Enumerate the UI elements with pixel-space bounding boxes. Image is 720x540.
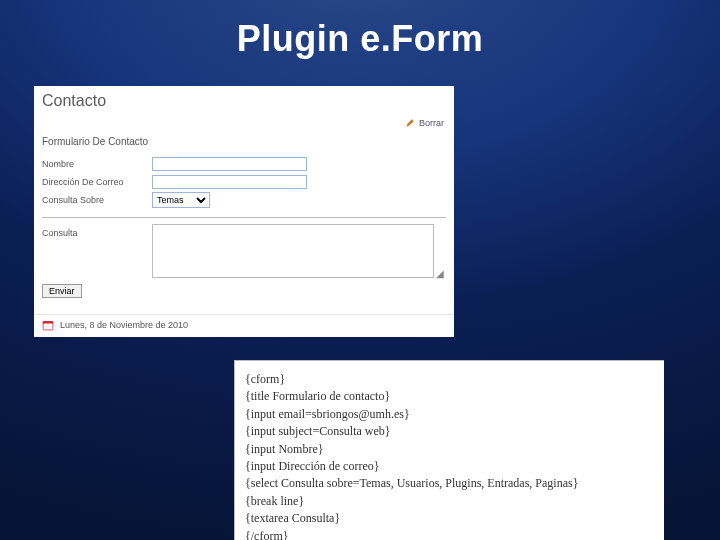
delete-link-label: Borrar (419, 118, 444, 128)
code-line: {select Consulta sobre=Temas, Usuarios, … (245, 475, 654, 492)
code-line: {input email=sbriongos@umh.es} (245, 406, 654, 423)
code-line: {input Nombre} (245, 441, 654, 458)
form-heading: Formulario De Contacto (42, 136, 446, 147)
code-line: {break line} (245, 493, 654, 510)
code-line: {/cform} (245, 528, 654, 540)
page-title: Contacto (34, 86, 454, 116)
calendar-icon (42, 319, 54, 331)
code-line: {input subject=Consulta web} (245, 423, 654, 440)
delete-link[interactable]: Borrar (34, 116, 454, 130)
input-correo[interactable] (152, 175, 307, 189)
code-snippet-panel: {cform} {title Formulario de contacto} {… (234, 360, 664, 540)
code-line: {cform} (245, 371, 654, 388)
input-nombre[interactable] (152, 157, 307, 171)
contact-form-panel: Contacto Borrar Formulario De Contacto N… (34, 86, 454, 337)
label-consulta: Consulta (42, 224, 152, 238)
code-line: {title Formulario de contacto} (245, 388, 654, 405)
label-consulta-sobre: Consulta Sobre (42, 195, 152, 205)
textarea-consulta[interactable] (152, 224, 434, 278)
resize-handle-icon[interactable]: ◢ (436, 268, 446, 278)
select-consulta-sobre[interactable]: Temas (152, 192, 210, 208)
svg-rect-1 (43, 321, 54, 323)
code-line: {textarea Consulta} (245, 510, 654, 527)
submit-button[interactable] (42, 284, 82, 298)
slide-title: Plugin e.Form (0, 0, 720, 60)
pencil-icon (405, 118, 415, 128)
date-text: Lunes, 8 de Noviembre de 2010 (60, 320, 188, 330)
label-nombre: Nombre (42, 159, 152, 169)
label-correo: Dirección De Correo (42, 177, 152, 187)
divider (42, 217, 446, 218)
code-line: {input Dirección de correo} (245, 458, 654, 475)
